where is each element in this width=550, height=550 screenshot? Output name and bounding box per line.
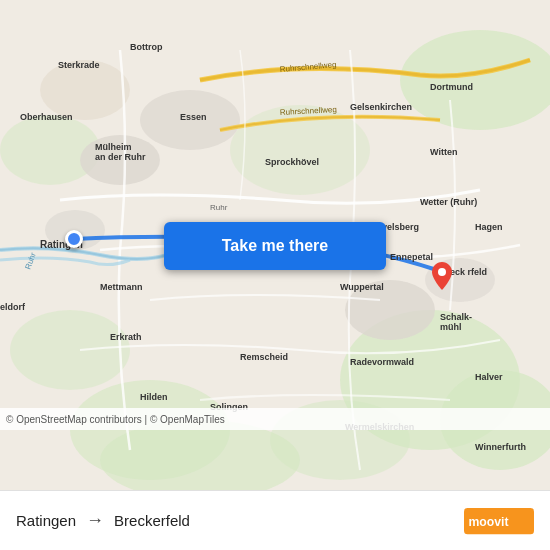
svg-text:Schalk-: Schalk- xyxy=(440,312,472,322)
svg-text:Ennepetal: Ennepetal xyxy=(390,252,433,262)
attribution-bar: © OpenStreetMap contributors | © OpenMap… xyxy=(0,408,550,430)
map-container: Sterkrade Bottrop Oberhausen Mülheim an … xyxy=(0,0,550,490)
svg-text:Wuppertal: Wuppertal xyxy=(340,282,384,292)
origin-marker xyxy=(65,230,83,248)
svg-text:mühl: mühl xyxy=(440,322,462,332)
bottom-bar: Ratingen → Breckerfeld moovit xyxy=(0,490,550,550)
svg-point-49 xyxy=(438,268,446,276)
svg-text:Mettmann: Mettmann xyxy=(100,282,143,292)
svg-text:an der Ruhr: an der Ruhr xyxy=(95,152,146,162)
svg-text:Witten: Witten xyxy=(430,147,457,157)
svg-text:Sterkrade: Sterkrade xyxy=(58,60,100,70)
svg-text:Dortmund: Dortmund xyxy=(430,82,473,92)
svg-text:moovit: moovit xyxy=(468,515,508,529)
svg-text:Hagen: Hagen xyxy=(475,222,503,232)
svg-text:Essen: Essen xyxy=(180,112,207,122)
svg-text:eldorf: eldorf xyxy=(0,302,26,312)
moovit-logo-svg: moovit xyxy=(464,507,534,535)
destination-marker xyxy=(432,262,452,290)
svg-text:Sprockhövel: Sprockhövel xyxy=(265,157,319,167)
svg-text:Bottrop: Bottrop xyxy=(130,42,163,52)
svg-text:Gelsenkirchen: Gelsenkirchen xyxy=(350,102,412,112)
svg-text:Hilden: Hilden xyxy=(140,392,168,402)
svg-text:Halver: Halver xyxy=(475,372,503,382)
svg-point-5 xyxy=(10,310,130,390)
svg-text:Oberhausen: Oberhausen xyxy=(20,112,73,122)
svg-text:Winnerfurth: Winnerfurth xyxy=(475,442,526,452)
attribution-text: © OpenStreetMap contributors | © OpenMap… xyxy=(6,414,225,425)
svg-text:Mülheim: Mülheim xyxy=(95,142,132,152)
route-origin: Ratingen xyxy=(16,512,76,529)
moovit-logo: moovit xyxy=(464,507,534,535)
svg-text:Remscheid: Remscheid xyxy=(240,352,288,362)
route-arrow-icon: → xyxy=(86,510,104,531)
take-me-there-button[interactable]: Take me there xyxy=(164,222,386,270)
svg-text:Wetter (Ruhr): Wetter (Ruhr) xyxy=(420,197,477,207)
svg-text:Erkrath: Erkrath xyxy=(110,332,142,342)
svg-text:Ruhr: Ruhr xyxy=(210,203,228,212)
svg-text:Radevormwald: Radevormwald xyxy=(350,357,414,367)
route-destination: Breckerfeld xyxy=(114,512,190,529)
